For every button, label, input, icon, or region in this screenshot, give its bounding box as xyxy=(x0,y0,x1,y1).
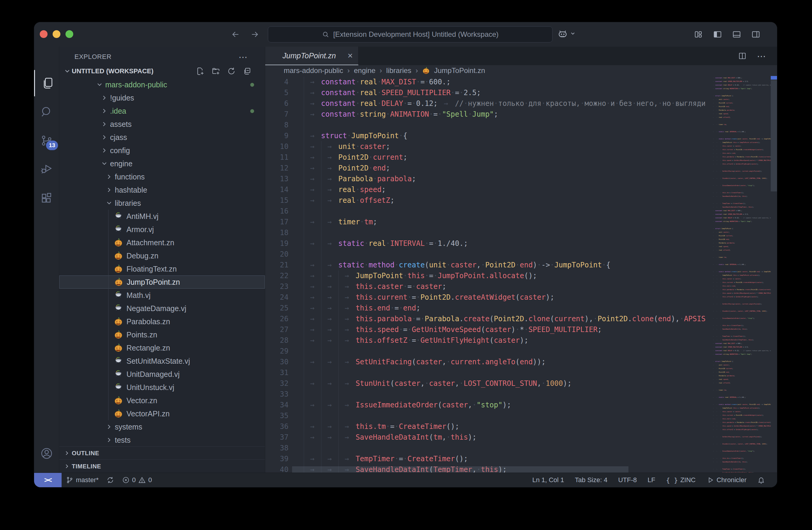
code-line[interactable]: 15→→real·offsetZ; xyxy=(265,195,710,206)
code-line[interactable]: 7→constant·string·ANIMATION·=·"Spell·Jum… xyxy=(265,109,710,120)
code-line[interactable]: 38 xyxy=(265,443,710,454)
tree-item-antimh-vj[interactable]: AntiMH.vj xyxy=(59,210,265,223)
toggle-primary-sidebar-button[interactable] xyxy=(712,29,723,40)
status-language-mode[interactable]: { }ZINC xyxy=(666,476,696,484)
code-line[interactable]: 23→→→this.caster·=·caster; xyxy=(265,281,710,292)
tree-item-floatingtext-zn[interactable]: FloatingText.zn xyxy=(59,262,265,275)
code-line[interactable]: 35 xyxy=(265,410,710,421)
timeline-section-header[interactable]: TIMELINE xyxy=(59,459,265,473)
code-line[interactable]: 20 xyxy=(265,249,710,260)
tree-item-functions[interactable]: functions xyxy=(59,170,265,183)
tab-jumptopoint[interactable]: JumpToPoint.zn × xyxy=(265,47,359,65)
zoom-window-button[interactable] xyxy=(66,30,73,38)
vertical-scrollbar[interactable] xyxy=(771,76,777,473)
breadcrumb-item[interactable]: libraries xyxy=(386,67,411,75)
tree-item-systems[interactable]: systems xyxy=(59,420,265,433)
code-line[interactable]: 31 xyxy=(265,367,710,378)
tree-item-tests[interactable]: tests xyxy=(59,433,265,446)
explorer-more-actions-button[interactable]: ⋯ xyxy=(238,51,248,63)
minimize-window-button[interactable] xyxy=(53,30,60,38)
tree-item-armor-vj[interactable]: Armor.vj xyxy=(59,223,265,236)
activity-explorer[interactable] xyxy=(34,70,60,96)
code-line[interactable]: 24→→→this.current·=·Point2D.createAtWidg… xyxy=(265,292,710,303)
vertical-scrollbar-thumb[interactable] xyxy=(771,80,777,191)
code-line[interactable]: 11→→Point2D·current; xyxy=(265,152,710,163)
code-line[interactable]: 21→→static·method·create(unit·caster,·Po… xyxy=(265,260,710,270)
code-line[interactable]: 18 xyxy=(265,227,710,238)
collapse-folders-button[interactable] xyxy=(242,67,252,76)
status-encoding[interactable]: UTF-8 xyxy=(618,476,637,484)
workspace-section-header[interactable]: UNTITLED (WORKSPACE) xyxy=(59,65,265,78)
status-eol[interactable]: LF xyxy=(648,476,655,484)
code-line[interactable]: 6→constant·real·DELAY·=·0.12;→//·нужнен·… xyxy=(265,98,710,109)
tree-item-assets[interactable]: assets xyxy=(59,117,265,131)
remote-indicator[interactable]: >< xyxy=(34,473,62,487)
tree-item-unitdamaged-vj[interactable]: UnitDamaged.vj xyxy=(59,368,265,381)
refresh-explorer-button[interactable] xyxy=(227,67,236,76)
code-line[interactable]: 14→→real·speed; xyxy=(265,184,710,195)
code-line[interactable]: 34→→→IssueImmediateOrder(caster,·"stop")… xyxy=(265,400,710,410)
tree-item-parabolas-zn[interactable]: Parabolas.zn xyxy=(59,315,265,328)
toggle-panel-button[interactable] xyxy=(731,29,742,40)
tree-item-libraries[interactable]: libraries xyxy=(59,197,265,210)
code-line[interactable]: 19→→static·real·INTERVAL·=·1./40.; xyxy=(265,238,710,249)
code-line[interactable]: 12→→Point2D·end; xyxy=(265,163,710,173)
go-forward-button[interactable] xyxy=(249,29,260,40)
status-chronicler[interactable]: Chronicler xyxy=(707,476,746,484)
code-line[interactable]: 9→struct·JumpToPoint·{ xyxy=(265,130,710,141)
code-line[interactable]: 36→→→this.tm·=·CreateTimer(); xyxy=(265,421,710,432)
code-line[interactable]: 28→→→this.offsetZ·=·GetUnitFlyHeight(cas… xyxy=(265,335,710,346)
activity-search[interactable] xyxy=(34,98,59,125)
tree-item-rectangle-zn[interactable]: Rectangle.zn xyxy=(59,341,265,355)
code-line[interactable]: 33 xyxy=(265,389,710,400)
outline-section-header[interactable]: OUTLINE xyxy=(59,446,265,460)
close-window-button[interactable] xyxy=(40,30,47,38)
tree-item-negatedamage-vj[interactable]: NegateDamage.vj xyxy=(59,302,265,315)
tree-item-setunitmaxstate-vj[interactable]: SetUnitMaxState.vj xyxy=(59,355,265,368)
minimap[interactable]: →constant·real·MAX_DIST·=·600.;→constant… xyxy=(710,76,771,473)
split-editor-button[interactable] xyxy=(738,52,747,60)
tree-item--guides[interactable]: !guides xyxy=(59,91,265,104)
code-line[interactable]: 10→→unit·caster; xyxy=(265,141,710,152)
breadcrumb-item[interactable]: engine xyxy=(354,67,376,75)
status-indentation[interactable]: Tab Size: 4 xyxy=(575,476,608,484)
activity-extensions[interactable] xyxy=(34,185,59,212)
activity-run-debug[interactable] xyxy=(34,155,59,182)
accounts-button[interactable] xyxy=(34,440,59,467)
tree-item--idea[interactable]: .idea xyxy=(59,104,265,117)
go-back-button[interactable] xyxy=(230,29,241,40)
code-line[interactable]: 39→→→TempTimer·=·CreateTimer(); xyxy=(265,454,710,464)
code-line[interactable]: 22→→→JumpToPoint·this·=·JumpToPoint.allo… xyxy=(265,270,710,281)
tree-item-cjass[interactable]: cjass xyxy=(59,131,265,144)
code-line[interactable]: 30→→→SetUnitFacing(caster,·current.angle… xyxy=(265,357,710,367)
new-folder-button[interactable] xyxy=(211,67,221,76)
sync-changes-button[interactable] xyxy=(106,476,114,484)
code-line[interactable]: 13→→Parabola·parabola; xyxy=(265,173,710,184)
code-line[interactable]: 29 xyxy=(265,346,710,357)
status-notifications[interactable] xyxy=(757,476,765,484)
code-line[interactable]: 4→constant·real·MAX_DIST·=·600.; xyxy=(265,76,710,87)
code-line[interactable]: 26→→→this.parabola·=·Parabola.create(Poi… xyxy=(265,313,710,324)
tree-item-hashtable[interactable]: hashtable xyxy=(59,183,265,197)
breadcrumb-item[interactable]: mars-addon-public xyxy=(284,67,343,75)
tree-item-unitunstuck-vj[interactable]: UnitUnstuck.vj xyxy=(59,381,265,394)
tree-item-points-zn[interactable]: Points.zn xyxy=(59,328,265,341)
problems-item[interactable]: 0 0 xyxy=(122,476,152,484)
code-line[interactable]: 32→→→StunUnit(caster,·caster,·LOST_CONTR… xyxy=(265,378,710,389)
tree-item-vectorapi-zn[interactable]: VectorAPI.zn xyxy=(59,407,265,420)
tree-item-config[interactable]: config xyxy=(59,144,265,157)
tree-item-attachment-zn[interactable]: Attachment.zn xyxy=(59,236,265,249)
activity-source-control[interactable]: 13 xyxy=(34,127,59,154)
editor-more-actions-button[interactable]: ⋯ xyxy=(757,51,767,61)
code-line[interactable]: 16 xyxy=(265,206,710,217)
git-branch-item[interactable]: master* xyxy=(66,476,99,484)
code-line[interactable]: 25→→→this.end·=·end; xyxy=(265,303,710,313)
tree-item-debug-zn[interactable]: Debug.zn xyxy=(59,249,265,262)
code-line[interactable]: 37→→→SaveHandleDataInt(tm,·this); xyxy=(265,432,710,443)
new-file-button[interactable] xyxy=(195,67,205,76)
code-line[interactable]: 5→constant·real·SPEED_MULTIPLIER·=·2.5; xyxy=(265,87,710,98)
tree-item-math-vj[interactable]: Math.vj xyxy=(59,289,265,302)
code-editor[interactable]: 4→constant·real·MAX_DIST·=·600.;5→consta… xyxy=(265,76,777,473)
tree-item-jumptopoint-zn[interactable]: JumpToPoint.zn xyxy=(59,275,265,289)
close-tab-button[interactable]: × xyxy=(347,52,353,60)
